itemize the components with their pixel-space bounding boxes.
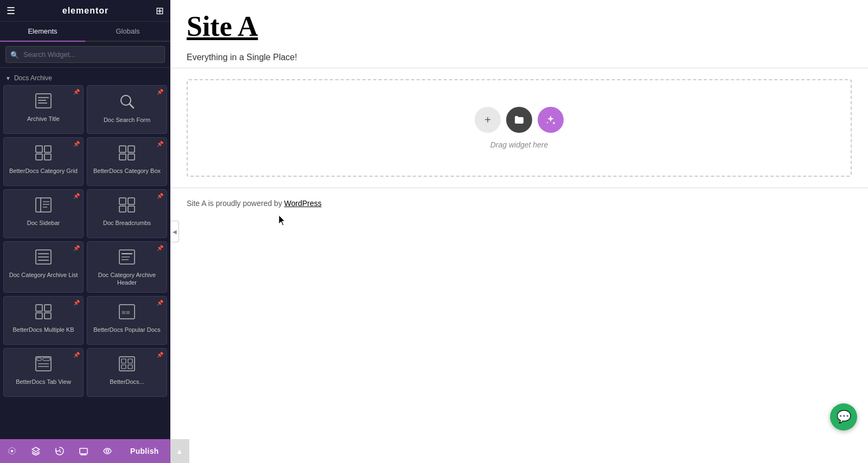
search-input[interactable] bbox=[5, 46, 165, 63]
svg-rect-22 bbox=[128, 206, 135, 212]
layers-button[interactable] bbox=[24, 439, 48, 463]
widget-category-grid[interactable]: 📌 BetterDocs Category Grid bbox=[3, 137, 84, 186]
pin-icon-11: 📌 bbox=[73, 352, 80, 358]
svg-rect-6 bbox=[36, 146, 42, 152]
magic-button[interactable] bbox=[538, 107, 564, 133]
widget-icon-breadcrumbs bbox=[119, 197, 135, 215]
widget-icon-category-grid bbox=[35, 145, 52, 163]
hamburger-icon[interactable]: ☰ bbox=[7, 5, 15, 17]
svg-rect-20 bbox=[128, 198, 135, 204]
svg-rect-14 bbox=[36, 198, 51, 212]
svg-rect-32 bbox=[44, 305, 51, 311]
svg-rect-45 bbox=[122, 365, 126, 369]
widget-label-archive-header: Doc Category Archive Header bbox=[92, 271, 162, 287]
widget-label-category-grid: BetterDocs Category Grid bbox=[9, 167, 78, 175]
tab-elements[interactable]: Elements bbox=[0, 22, 85, 42]
svg-rect-19 bbox=[119, 198, 126, 204]
widget-icon-extra bbox=[119, 356, 135, 374]
widget-icon-search bbox=[119, 93, 135, 112]
drag-label: Drag widget here bbox=[490, 140, 548, 149]
pin-icon-8: 📌 bbox=[157, 245, 163, 251]
sidebar: ☰ elementor ⊞ Elements Globals 🔍 ▼ Docs … bbox=[0, 0, 170, 463]
widget-icon-sidebar bbox=[35, 197, 52, 215]
footer-link[interactable]: WordPress bbox=[284, 199, 322, 208]
grid-icon[interactable]: ⊞ bbox=[156, 5, 164, 17]
sidebar-header: ☰ elementor ⊞ bbox=[0, 0, 170, 22]
svg-rect-43 bbox=[122, 359, 126, 363]
widget-icon-tab-view bbox=[35, 356, 52, 374]
publish-area: Publish ▲ bbox=[119, 439, 189, 463]
pin-icon-7: 📌 bbox=[73, 245, 80, 251]
publish-chevron[interactable]: ▲ bbox=[170, 439, 189, 463]
site-title: Site A bbox=[187, 11, 852, 42]
widget-doc-breadcrumbs[interactable]: 📌 Doc Breadcrumbs bbox=[87, 189, 167, 238]
bottom-icons bbox=[0, 439, 119, 463]
settings-button[interactable] bbox=[0, 439, 24, 463]
widget-popular-docs[interactable]: 📌 ≡≡ BetterDocs Popular Docs bbox=[87, 296, 167, 345]
widget-label-extra: BetterDocs... bbox=[110, 378, 144, 385]
pin-icon-3: 📌 bbox=[73, 141, 80, 147]
svg-rect-34 bbox=[44, 313, 51, 319]
svg-rect-13 bbox=[128, 154, 135, 160]
widget-icon-multiple-kb bbox=[35, 304, 52, 321]
widget-label-tab-view: BetterDocs Tab View bbox=[16, 378, 71, 385]
widget-multiple-kb[interactable]: 📌 BetterDocs Multiple KB bbox=[3, 296, 84, 345]
widget-category-archive-list[interactable]: 📌 Doc Category Archive List bbox=[3, 241, 84, 293]
svg-rect-10 bbox=[119, 146, 126, 152]
svg-line-5 bbox=[130, 104, 133, 108]
section-label: Docs Archive bbox=[14, 74, 52, 82]
svg-rect-44 bbox=[128, 359, 132, 363]
history-button[interactable] bbox=[48, 439, 72, 463]
responsive-button[interactable] bbox=[72, 439, 95, 463]
svg-rect-8 bbox=[36, 154, 42, 160]
tab-globals[interactable]: Globals bbox=[85, 22, 170, 42]
collapse-handle[interactable]: ◀ bbox=[170, 221, 179, 242]
svg-rect-33 bbox=[36, 313, 42, 319]
widget-label-search: Doc Search Form bbox=[104, 116, 150, 124]
svg-rect-39 bbox=[43, 358, 50, 361]
widget-category-box[interactable]: 📌 BetterDocs Category Box bbox=[87, 137, 167, 186]
widget-archive-title[interactable]: 📌 Archive Title bbox=[3, 85, 84, 134]
widget-icon-list bbox=[35, 249, 52, 267]
widget-list: ▼ Docs Archive 📌 Archive Title bbox=[0, 68, 170, 439]
widget-category-archive-header[interactable]: 📌 Doc Category Archive Header bbox=[87, 241, 167, 293]
bottom-bar: Publish ▲ bbox=[0, 439, 170, 463]
site-footer: Site A is proudly powered by WordPress bbox=[170, 188, 868, 218]
svg-rect-31 bbox=[36, 305, 42, 311]
footer-text: Site A is proudly powered by bbox=[187, 199, 284, 208]
template-button[interactable] bbox=[506, 107, 532, 133]
sidebar-tabs: Elements Globals bbox=[0, 22, 170, 42]
pin-icon-12: 📌 bbox=[157, 352, 163, 358]
preview-button[interactable] bbox=[95, 439, 119, 463]
chat-bubble[interactable]: 💬 bbox=[830, 403, 857, 430]
section-arrow: ▼ bbox=[5, 75, 11, 81]
drag-zone[interactable]: + Drag widget here bbox=[187, 79, 852, 177]
pin-icon-9: 📌 bbox=[73, 300, 80, 306]
add-section-button[interactable]: + bbox=[475, 107, 501, 133]
widget-icon-popular: ≡≡ bbox=[119, 304, 135, 321]
widget-label-category-box: BetterDocs Category Box bbox=[93, 167, 161, 175]
widget-extra[interactable]: 📌 BetterDocs... bbox=[87, 348, 167, 397]
widget-doc-search-form[interactable]: 📌 Doc Search Form bbox=[87, 85, 167, 134]
svg-rect-12 bbox=[119, 154, 126, 160]
widget-tab-view[interactable]: 📌 BetterDocs Tab View bbox=[3, 348, 84, 397]
docs-archive-section[interactable]: ▼ Docs Archive bbox=[3, 71, 167, 85]
pin-icon: 📌 bbox=[73, 89, 80, 95]
site-header: Site A bbox=[170, 0, 868, 47]
widget-icon-archive-header bbox=[119, 249, 135, 267]
pin-icon-10: 📌 bbox=[157, 300, 163, 306]
svg-rect-38 bbox=[37, 358, 41, 361]
pin-icon-2: 📌 bbox=[157, 89, 163, 95]
search-widget: 🔍 bbox=[0, 42, 170, 68]
site-tagline: Everything in a Single Place! bbox=[170, 47, 868, 68]
svg-rect-46 bbox=[128, 365, 132, 369]
main-canvas: Site A Everything in a Single Place! + bbox=[170, 0, 868, 463]
search-icon: 🔍 bbox=[10, 50, 19, 59]
widget-label-breadcrumbs: Doc Breadcrumbs bbox=[103, 219, 151, 227]
canvas-content: Site A Everything in a Single Place! + bbox=[170, 0, 868, 463]
svg-point-48 bbox=[106, 450, 109, 453]
widget-label-archive-title: Archive Title bbox=[27, 115, 60, 123]
publish-button[interactable]: Publish bbox=[119, 439, 170, 463]
pin-icon-5: 📌 bbox=[73, 193, 80, 199]
widget-doc-sidebar[interactable]: 📌 Doc Sidebar bbox=[3, 189, 84, 238]
